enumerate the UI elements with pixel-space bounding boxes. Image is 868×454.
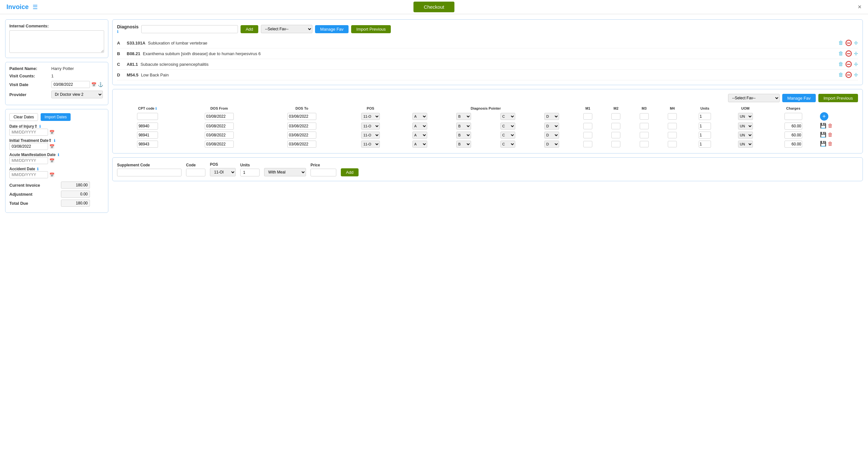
- dos-from-input[interactable]: [205, 123, 234, 130]
- diag-d-select[interactable]: ABCD: [544, 131, 559, 139]
- date-of-injury-input[interactable]: [9, 129, 48, 136]
- m3-input[interactable]: [640, 123, 649, 129]
- new-dos-to-input[interactable]: [287, 113, 316, 120]
- diag-b-select[interactable]: ABCD: [456, 131, 471, 139]
- cpt-add-row-button[interactable]: +: [820, 112, 828, 121]
- units-input[interactable]: [240, 169, 259, 176]
- diag-c-select[interactable]: ABCD: [500, 131, 515, 139]
- row-trash-icon[interactable]: 🗑: [828, 141, 833, 147]
- dos-from-input[interactable]: [205, 141, 234, 148]
- units-input[interactable]: [699, 141, 711, 148]
- row-save-icon[interactable]: 💾: [820, 141, 827, 147]
- dos-from-input[interactable]: [205, 131, 234, 139]
- m4-input[interactable]: [668, 141, 677, 147]
- row-trash-icon[interactable]: 🗑: [828, 123, 833, 129]
- diag-stop-icon[interactable]: [845, 61, 852, 67]
- diag-stop-icon[interactable]: [845, 71, 852, 78]
- m4-input[interactable]: [668, 123, 677, 129]
- cpt-code-input[interactable]: [137, 141, 158, 148]
- internal-comments-textarea[interactable]: [9, 30, 104, 53]
- new-pos-select[interactable]: 11-O1112: [361, 113, 380, 120]
- diag-stop-icon[interactable]: [845, 40, 852, 46]
- total-due-input[interactable]: [61, 200, 90, 207]
- adjustment-input[interactable]: [61, 190, 90, 198]
- diagnosis-import-previous-button[interactable]: Import Previous: [351, 25, 391, 33]
- accident-date-calendar-icon[interactable]: 📅: [49, 173, 55, 177]
- pos-select[interactable]: 11-O1112: [361, 141, 380, 148]
- diag-c-select[interactable]: ABCD: [500, 123, 515, 130]
- visit-date-calendar-icon[interactable]: 📅: [91, 82, 96, 87]
- m2-input[interactable]: [611, 123, 620, 129]
- dos-to-input[interactable]: [287, 131, 316, 139]
- diag-b-select[interactable]: ABCD: [456, 123, 471, 130]
- m4-input[interactable]: [668, 132, 677, 138]
- supplement-code-input[interactable]: [117, 169, 182, 176]
- diag-a-select[interactable]: ABCD: [412, 141, 427, 148]
- diagnosis-info-icon[interactable]: ℹ: [117, 29, 119, 34]
- diag-trash-icon[interactable]: 🗑: [838, 72, 843, 78]
- acute-manifestation-calendar-icon[interactable]: 📅: [49, 158, 55, 163]
- diag-d-select[interactable]: ABCD: [544, 123, 559, 130]
- row-save-icon[interactable]: 💾: [820, 131, 827, 138]
- diag-trash-icon[interactable]: 🗑: [838, 51, 843, 56]
- pos-select[interactable]: 11-Ol1112: [210, 168, 236, 176]
- diag-a-select[interactable]: ABCD: [412, 123, 427, 130]
- new-dos-from-input[interactable]: [205, 113, 234, 120]
- supplement-add-button[interactable]: Add: [341, 168, 359, 176]
- visit-date-input[interactable]: [51, 81, 90, 88]
- diag-move-icon[interactable]: ✛: [854, 61, 858, 67]
- charges-input[interactable]: [784, 131, 802, 139]
- m1-input[interactable]: [583, 132, 592, 138]
- price-input[interactable]: [311, 169, 336, 176]
- uom-select[interactable]: UNHRMI: [738, 141, 753, 148]
- diagnosis-manage-fav-button[interactable]: Manage Fav: [315, 25, 348, 33]
- charges-input[interactable]: [784, 141, 802, 148]
- meal-select[interactable]: With Meal Without Meal N/A: [264, 168, 306, 176]
- charges-input[interactable]: [784, 123, 802, 130]
- close-button[interactable]: ×: [858, 3, 862, 11]
- diagnosis-fav-select[interactable]: --Select Fav--: [261, 25, 312, 33]
- dos-to-input[interactable]: [287, 123, 316, 130]
- date-of-injury-calendar-icon[interactable]: 📅: [49, 130, 55, 135]
- row-save-icon[interactable]: 💾: [820, 123, 827, 129]
- checkout-button[interactable]: Checkout: [413, 2, 454, 12]
- diag-trash-icon[interactable]: 🗑: [838, 61, 843, 67]
- acute-manifestation-info-icon[interactable]: ℹ: [58, 153, 59, 157]
- diag-move-icon[interactable]: ✛: [854, 40, 858, 46]
- new-m3-input[interactable]: [640, 113, 649, 120]
- m2-input[interactable]: [611, 132, 620, 138]
- new-m4-input[interactable]: [668, 113, 677, 120]
- accident-date-info-icon[interactable]: ℹ: [37, 167, 38, 171]
- new-diag-a-select[interactable]: ABCD: [412, 113, 427, 120]
- cpt-manage-fav-button[interactable]: Manage Fav: [782, 94, 816, 102]
- diag-stop-icon[interactable]: [845, 50, 852, 57]
- diag-move-icon[interactable]: ✛: [854, 72, 858, 78]
- new-charges-input[interactable]: [784, 113, 802, 120]
- accident-date-input[interactable]: [9, 171, 48, 178]
- acute-manifestation-input[interactable]: [9, 157, 48, 164]
- uom-select[interactable]: UNHRMI: [738, 123, 753, 130]
- dos-to-input[interactable]: [287, 141, 316, 148]
- diag-trash-icon[interactable]: 🗑: [838, 40, 843, 46]
- m1-input[interactable]: [583, 123, 592, 129]
- pos-select[interactable]: 11-O1112: [361, 123, 380, 130]
- diag-a-select[interactable]: ABCD: [412, 131, 427, 139]
- import-dates-button[interactable]: Import Dates: [41, 113, 71, 121]
- new-diag-d-select[interactable]: ABCD: [544, 113, 559, 120]
- current-invoice-input[interactable]: 180.00: [61, 182, 90, 189]
- uom-select[interactable]: UNHRMI: [738, 131, 753, 139]
- diag-c-select[interactable]: ABCD: [500, 141, 515, 148]
- cpt-code-input[interactable]: [137, 123, 158, 130]
- diag-b-select[interactable]: ABCD: [456, 141, 471, 148]
- diag-move-icon[interactable]: ✛: [854, 51, 858, 57]
- date-of-injury-info-icon[interactable]: ℹ: [39, 124, 41, 128]
- units-input[interactable]: [699, 123, 711, 130]
- menu-icon[interactable]: ☰: [33, 4, 38, 11]
- cpt-fav-select[interactable]: --Select Fav--: [728, 94, 780, 102]
- cpt-import-previous-button[interactable]: Import Previous: [818, 94, 858, 102]
- diagnosis-search-input[interactable]: [141, 25, 238, 33]
- m1-input[interactable]: [583, 141, 592, 147]
- initial-treatment-calendar-icon[interactable]: 📅: [49, 144, 55, 149]
- pos-select[interactable]: 11-O1112: [361, 131, 380, 139]
- initial-treatment-input[interactable]: [9, 143, 48, 150]
